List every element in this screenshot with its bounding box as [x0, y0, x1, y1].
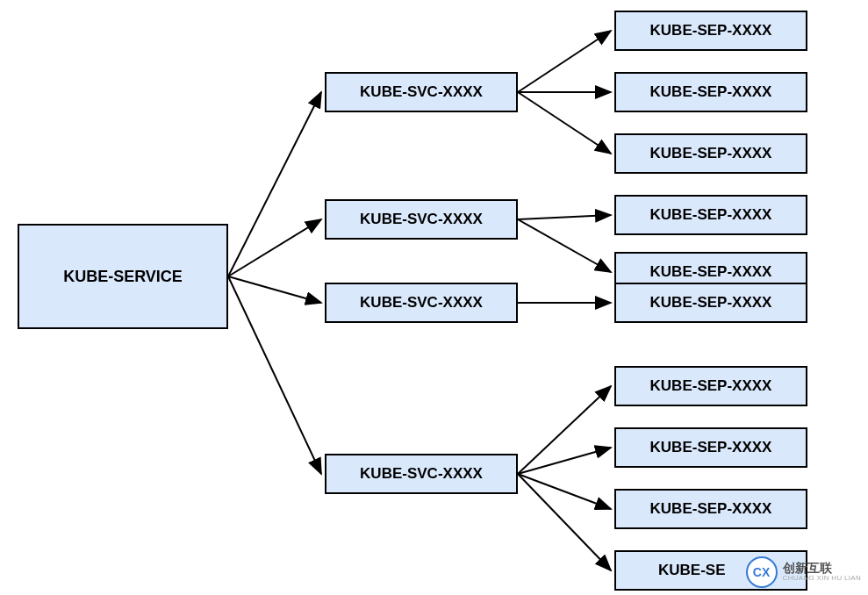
node-label: KUBE-SVC-XXXX: [360, 294, 483, 312]
watermark-line1: 创新互联: [783, 562, 861, 575]
node-kube-sep-6: KUBE-SEP-XXXX: [614, 283, 807, 323]
node-label: KUBE-SEP-XXXX: [650, 500, 772, 518]
node-label: KUBE-SVC-XXXX: [360, 465, 483, 483]
node-kube-sep-4: KUBE-SEP-XXXX: [614, 195, 807, 235]
node-kube-sep-9: KUBE-SEP-XXXX: [614, 489, 807, 529]
node-label: KUBE-SVC-XXXX: [360, 83, 483, 101]
svg-line-7: [518, 92, 611, 154]
svg-line-8: [518, 215, 611, 219]
svg-line-9: [518, 219, 611, 272]
svg-line-1: [228, 92, 321, 276]
node-kube-sep-2: KUBE-SEP-XXXX: [614, 72, 807, 112]
svg-line-12: [518, 448, 611, 474]
node-kube-sep-3: KUBE-SEP-XXXX: [614, 133, 807, 174]
svg-line-13: [518, 474, 611, 509]
node-kube-svc-3: KUBE-SVC-XXXX: [325, 283, 518, 323]
node-label: KUBE-SEP-XXXX: [650, 83, 772, 101]
watermark-text: 创新互联 CHUANG XIN HU LIAN: [783, 562, 861, 583]
node-kube-svc-4: KUBE-SVC-XXXX: [325, 454, 518, 494]
svg-line-11: [518, 386, 611, 474]
watermark-logo-text: CX: [753, 565, 770, 579]
watermark: CX 创新互联 CHUANG XIN HU LIAN: [746, 556, 861, 588]
node-label: KUBE-SEP-XXXX: [650, 263, 772, 281]
node-label: KUBE-SEP-XXXX: [650, 377, 772, 395]
svg-line-4: [228, 276, 321, 474]
svg-line-14: [518, 474, 611, 570]
node-label: KUBE-SEP-XXXX: [650, 22, 772, 39]
svg-line-5: [518, 31, 611, 92]
node-label: KUBE-SEP-XXXX: [650, 439, 772, 456]
node-label: KUBE-SEP-XXXX: [650, 294, 772, 312]
node-label: KUBE-SEP-XXXX: [650, 206, 772, 224]
node-kube-service: KUBE-SERVICE: [18, 224, 228, 329]
node-label: KUBE-SE: [658, 562, 726, 579]
node-kube-svc-1: KUBE-SVC-XXXX: [325, 72, 518, 112]
svg-line-3: [228, 276, 321, 303]
node-kube-sep-1: KUBE-SEP-XXXX: [614, 11, 807, 51]
node-kube-sep-7: KUBE-SEP-XXXX: [614, 366, 807, 406]
node-kube-sep-8: KUBE-SEP-XXXX: [614, 427, 807, 468]
node-label: KUBE-SVC-XXXX: [360, 211, 483, 228]
node-label: KUBE-SERVICE: [63, 268, 183, 286]
svg-line-2: [228, 219, 321, 276]
watermark-line2: CHUANG XIN HU LIAN: [783, 575, 861, 583]
node-label: KUBE-SEP-XXXX: [650, 145, 772, 162]
node-kube-svc-2: KUBE-SVC-XXXX: [325, 199, 518, 240]
watermark-logo-icon: CX: [746, 556, 778, 588]
